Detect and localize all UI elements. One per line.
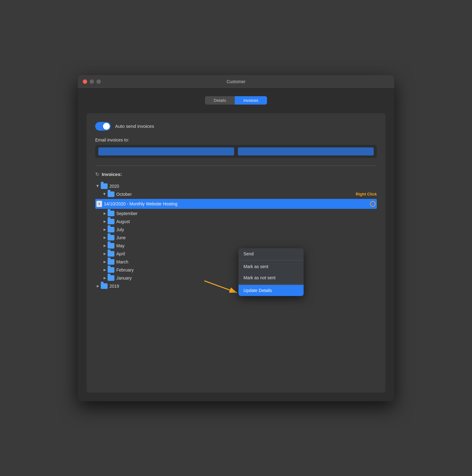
ctx-update-details[interactable]: Update Details — [238, 285, 304, 296]
chevron-may: ▶ — [102, 243, 108, 249]
tab-details[interactable]: Details — [205, 96, 235, 105]
tab-bar: Details Invoices — [87, 96, 385, 105]
email-field-2[interactable] — [238, 147, 374, 155]
tree-row-2020[interactable]: ▶ 2020 — [95, 182, 377, 190]
invoice-file-icon: $ — [96, 201, 102, 207]
content-area: Details Invoices Auto send invoices Emai… — [78, 89, 394, 401]
tree-row-april[interactable]: ▶ April — [95, 250, 377, 258]
email-section: Email invoices to: — [95, 137, 377, 158]
ctx-send[interactable]: Send — [238, 248, 304, 259]
folder-icon-september — [108, 211, 114, 216]
window-title: Customer — [227, 79, 246, 84]
email-label: Email invoices to: — [95, 137, 377, 142]
chevron-june: ▶ — [102, 235, 108, 240]
label-october: October — [116, 192, 352, 197]
context-menu: Send Mark as sent Mark as not sent Updat… — [238, 248, 304, 296]
chevron-2020: ▶ — [95, 183, 101, 189]
folder-icon-february — [108, 267, 114, 273]
folder-icon-may — [108, 243, 114, 249]
chevron-january: ▶ — [102, 275, 108, 281]
auto-send-toggle[interactable] — [95, 122, 111, 131]
folder-icon-april — [108, 251, 114, 257]
ctx-separator-2 — [238, 284, 304, 284]
tree-row-october[interactable]: ▶ October — [95, 190, 352, 198]
tab-invoices[interactable]: Invoices — [235, 96, 267, 105]
tree-row-august[interactable]: ▶ August — [95, 218, 377, 226]
tree-row-january[interactable]: ▶ January — [95, 274, 377, 282]
chevron-february: ▶ — [102, 267, 108, 273]
chevron-october: ▶ — [102, 191, 108, 197]
close-button[interactable] — [83, 79, 87, 84]
label-may: May — [116, 243, 377, 248]
auto-send-row: Auto send invoices — [95, 122, 377, 131]
october-row-wrapper: ▶ October Right Click — [95, 190, 377, 198]
auto-send-label: Auto send invoices — [115, 123, 154, 129]
invoices-header: ↻ Invoices: — [95, 171, 377, 177]
invoices-title: Invoices: — [102, 172, 122, 177]
label-august: August — [116, 219, 377, 224]
tree-row-june[interactable]: ▶ June — [95, 234, 377, 242]
folder-icon-march — [108, 259, 114, 265]
chevron-july: ▶ — [102, 227, 108, 232]
label-invoice: 14/10/2020 - Monthly Website Hosting — [104, 201, 367, 206]
chevron-september: ▶ — [102, 211, 108, 216]
maximize-button[interactable] — [96, 79, 101, 84]
tree-row-july[interactable]: ▶ July — [95, 226, 377, 234]
ctx-mark-sent[interactable]: Mark as sent — [238, 261, 304, 272]
folder-icon-october — [108, 191, 114, 197]
inner-panel: Auto send invoices Email invoices to: ↻ … — [87, 113, 385, 393]
label-2020: 2020 — [109, 184, 377, 189]
tree-row-invoice[interactable]: $ 14/10/2020 - Monthly Website Hosting — [95, 199, 377, 209]
divider — [95, 165, 377, 166]
titlebar: Customer — [78, 75, 394, 89]
folder-icon-july — [108, 227, 114, 232]
chevron-april: ▶ — [102, 251, 108, 257]
chevron-august: ▶ — [102, 219, 108, 224]
label-july: July — [116, 227, 377, 232]
folder-icon-june — [108, 235, 114, 240]
chevron-2019: ▶ — [95, 283, 101, 289]
tree-row-may[interactable]: ▶ May — [95, 242, 377, 250]
label-september: September — [116, 211, 377, 216]
ctx-mark-not-sent[interactable]: Mark as not sent — [238, 272, 304, 283]
label-june: June — [116, 235, 377, 240]
tree-row-september[interactable]: ▶ September — [95, 209, 377, 218]
folder-icon-2020 — [101, 183, 108, 189]
status-circle — [370, 201, 376, 207]
tree-row-2019[interactable]: ▶ 2019 — [95, 282, 377, 290]
folder-icon-august — [108, 219, 114, 224]
minimize-button[interactable] — [90, 79, 94, 84]
ctx-separator-1 — [238, 260, 304, 260]
invoice-tree: ▶ 2020 ▶ October Right Click $ 14/ — [95, 182, 377, 290]
refresh-icon[interactable]: ↻ — [95, 171, 99, 177]
email-fields-container — [95, 145, 377, 158]
chevron-march: ▶ — [102, 259, 108, 265]
right-click-label: Right Click — [356, 192, 377, 196]
folder-icon-january — [108, 275, 114, 281]
main-window: Customer Details Invoices Auto send invo… — [78, 75, 394, 401]
email-field-1[interactable] — [98, 147, 234, 155]
folder-icon-2019 — [101, 283, 108, 289]
tree-row-march[interactable]: ▶ March — [95, 258, 377, 266]
tree-row-february[interactable]: ▶ February — [95, 266, 377, 274]
traffic-lights — [83, 79, 101, 84]
